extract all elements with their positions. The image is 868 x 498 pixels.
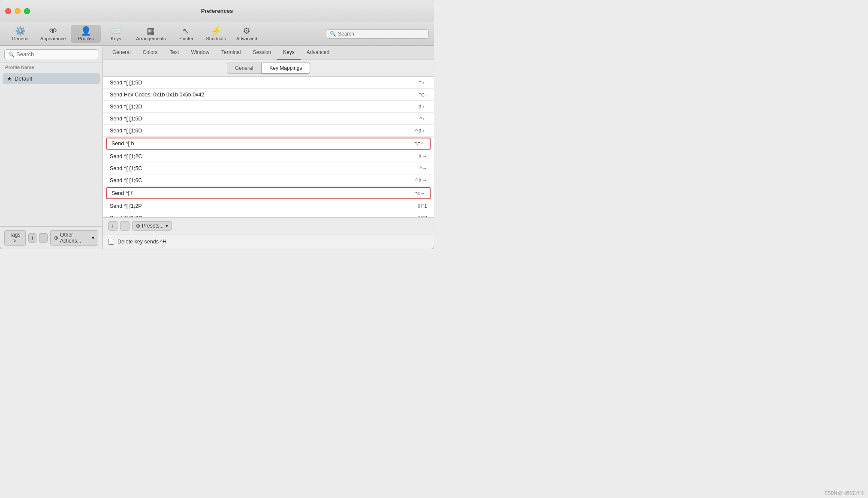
keymapping-row[interactable]: Send ^[ [1;5D ⌃← — [103, 77, 434, 89]
pointer-icon: ↖ — [182, 27, 190, 35]
sidebar-footer: Tags > + − ⊕ Other Actions... ▾ — [0, 226, 102, 249]
sidebar-list: ★ Default — [0, 72, 102, 226]
keymapping-row[interactable]: Send ^[ b ⌥← — [106, 138, 431, 150]
subtab-general[interactable]: General — [227, 63, 262, 74]
search-icon: 🔍 — [330, 31, 336, 37]
tab-advanced[interactable]: Advanced — [301, 46, 335, 60]
sidebar-search-icon: 🔍 — [8, 51, 15, 57]
keymapping-row[interactable]: Send ^[ [1;6C ^⇧→ — [103, 174, 434, 186]
general-icon: ⚙️ — [15, 27, 26, 35]
km-action: Send ^[ f — [112, 190, 400, 196]
profiles-label: Profiles — [78, 36, 94, 41]
keymapping-row[interactable]: Send ^[ [1;5D ^← — [103, 113, 434, 125]
km-shortcut: ⇧F1 — [401, 203, 427, 209]
close-button[interactable] — [5, 8, 11, 14]
keymapping-row[interactable]: Send Hex Codes: 0x1b 0x1b 0x5b 0x42 ⌥↓ — [103, 89, 434, 101]
tab-colors[interactable]: Colors — [137, 46, 164, 60]
km-shortcut: ^⇧→ — [401, 177, 427, 183]
presets-dropdown[interactable]: ⊕ Presets... ▾ — [132, 221, 172, 231]
keys-icon: ⌨️ — [111, 27, 121, 35]
shortcuts-label: Shortcuts — [206, 36, 226, 41]
km-action: Send ^[ [1;5D — [110, 80, 401, 86]
keymapping-row[interactable]: Send ^[ [1;2D ⇧← — [103, 101, 434, 113]
sidebar-search-input[interactable] — [16, 51, 94, 57]
tags-button[interactable]: Tags > — [4, 230, 26, 246]
main-content: 🔍 Profile Name ★ Default Tags > + − ⊕ Ot… — [0, 46, 434, 249]
km-action: Send ^[ [1;6C — [110, 177, 401, 183]
tab-text[interactable]: Text — [163, 46, 185, 60]
sidebar-item-default[interactable]: ★ Default — [3, 73, 100, 84]
toolbar-items: ⚙️ General 👁 Appearance 👤 Profiles ⌨️ Ke… — [5, 25, 324, 43]
right-panel: General Colors Text Window Terminal Sess… — [103, 46, 434, 249]
appearance-label: Appearance — [40, 36, 66, 41]
km-shortcut: ⇧→ — [401, 153, 427, 159]
add-mapping-button[interactable]: + — [108, 221, 118, 231]
km-shortcut: ⌥→ — [400, 190, 425, 196]
profile-name: Default — [15, 75, 32, 82]
shortcuts-icon: ⚡ — [211, 27, 221, 35]
tab-general[interactable]: General — [106, 46, 137, 60]
maximize-button[interactable] — [24, 8, 30, 14]
delete-key-checkbox[interactable] — [108, 239, 114, 245]
other-actions-button[interactable]: ⊕ Other Actions... ▾ — [50, 230, 98, 246]
keymapping-row[interactable]: Send ^[ [1;2C ⇧→ — [103, 150, 434, 162]
other-actions-arrow: ▾ — [92, 235, 94, 241]
toolbar-search-box[interactable]: 🔍 — [326, 29, 429, 39]
minimize-button[interactable] — [15, 8, 21, 14]
other-actions-label: Other Actions... — [60, 232, 90, 244]
add-profile-button[interactable]: + — [28, 233, 37, 243]
km-action: Send ^[ b — [112, 141, 400, 147]
toolbar-search-input[interactable] — [338, 31, 425, 37]
appearance-icon: 👁 — [49, 27, 57, 35]
remove-profile-button[interactable]: − — [39, 233, 48, 243]
keymapping-row[interactable]: Send ^[ [1;5C ^→ — [103, 162, 434, 174]
presets-arrow: ▾ — [166, 223, 168, 229]
profiles-icon: 👤 — [81, 27, 91, 35]
traffic-lights — [5, 8, 30, 14]
bottom-toolbar: + − ⊕ Presets... ▾ — [103, 217, 434, 234]
main-tabs: General Colors Text Window Terminal Sess… — [103, 46, 434, 60]
titlebar: Preferences — [0, 0, 434, 22]
toolbar-item-pointer[interactable]: ↖ Pointer — [171, 25, 201, 43]
sidebar-search-inner[interactable]: 🔍 — [4, 49, 98, 59]
pointer-label: Pointer — [178, 36, 193, 41]
km-shortcut: ^← — [401, 116, 427, 122]
sub-tabs: General Key Mappings — [103, 60, 434, 77]
toolbar-item-arrangements[interactable]: ▦ Arrangements — [131, 25, 171, 43]
keymapping-row[interactable]: Send ^[ f ⌥→ — [106, 187, 431, 199]
toolbar-item-keys[interactable]: ⌨️ Keys — [101, 25, 131, 43]
advanced-icon: ⚙ — [243, 27, 250, 35]
km-action: Send ^[ [1;2D — [110, 104, 401, 110]
delete-key-row: Delete key sends ^H — [103, 234, 434, 249]
km-shortcut: ⌥↓ — [401, 92, 427, 98]
keymapping-row[interactable]: Send ^[ [1;6D ^⇧← — [103, 125, 434, 137]
km-action: Send Hex Codes: 0x1b 0x1b 0x5b 0x42 — [110, 92, 401, 98]
keymappings-table: Send ^[ [1;5D ⌃←Send Hex Codes: 0x1b 0x1… — [103, 77, 434, 217]
other-actions-icon: ⊕ — [54, 235, 58, 241]
sidebar-list-header: Profile Name — [0, 63, 102, 72]
general-label: General — [12, 36, 28, 41]
presets-label: Presets... — [142, 223, 164, 229]
remove-mapping-button[interactable]: − — [120, 221, 130, 231]
tab-keys[interactable]: Keys — [277, 46, 301, 60]
km-shortcut: ⌥← — [400, 141, 425, 147]
sidebar-search-area: 🔍 — [0, 46, 102, 63]
toolbar-item-profiles[interactable]: 👤 Profiles — [71, 25, 101, 43]
subtab-keymappings[interactable]: Key Mappings — [261, 63, 310, 74]
tab-window[interactable]: Window — [185, 46, 215, 60]
arrangements-icon: ▦ — [147, 27, 155, 35]
toolbar: ⚙️ General 👁 Appearance 👤 Profiles ⌨️ Ke… — [0, 22, 434, 46]
keymapping-row[interactable]: Send ^[ [1;2P ⇧F1 — [103, 200, 434, 212]
keymapping-row[interactable]: Send ^[ [1;2Q ⇧F2 — [103, 212, 434, 217]
tab-session[interactable]: Session — [247, 46, 277, 60]
km-shortcut: ⌃← — [401, 80, 427, 86]
km-action: Send ^[ [1;2C — [110, 153, 401, 159]
advanced-label: Advanced — [236, 36, 257, 41]
toolbar-item-general[interactable]: ⚙️ General — [5, 25, 35, 43]
tab-terminal[interactable]: Terminal — [215, 46, 247, 60]
keys-label: Keys — [111, 36, 121, 41]
toolbar-item-advanced[interactable]: ⚙ Advanced — [231, 25, 262, 43]
km-action: Send ^[ [1;5C — [110, 165, 401, 171]
toolbar-item-appearance[interactable]: 👁 Appearance — [35, 25, 71, 43]
toolbar-item-shortcuts[interactable]: ⚡ Shortcuts — [201, 25, 231, 43]
